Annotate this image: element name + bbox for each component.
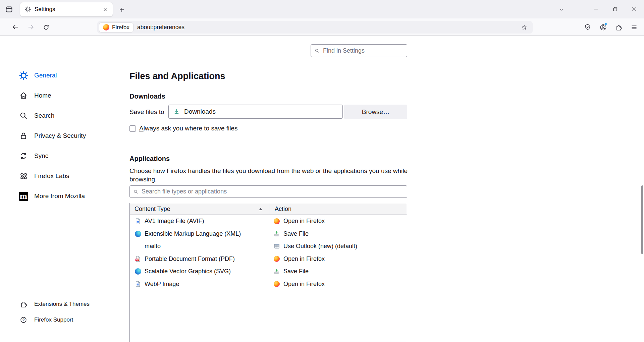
atom-icon: [19, 171, 28, 181]
applications-heading: Applications: [129, 155, 170, 163]
bookmark-button[interactable]: [519, 22, 529, 33]
sidebar-item-firefox-labs[interactable]: Firefox Labs: [15, 166, 109, 186]
sidebar-item-label: General: [34, 72, 57, 79]
sidebar-item-home[interactable]: Home: [15, 86, 109, 106]
window-minimize-button[interactable]: [590, 3, 602, 15]
sidebar-item-firefox-support[interactable]: ? Firefox Support: [15, 312, 109, 328]
sidebar-item-label: More from Mozilla: [34, 192, 85, 200]
lock-icon: [19, 131, 28, 140]
firefox-view-button[interactable]: [4, 4, 14, 14]
window-restore-button[interactable]: [609, 3, 622, 15]
shield-button[interactable]: [582, 21, 594, 33]
toolbar-right-icons: [582, 21, 640, 33]
applications-table: Content Type Action AV1 Image File (AVIF…: [129, 203, 407, 342]
url-text: about:preferences: [137, 24, 184, 31]
tab-settings[interactable]: Settings: [20, 2, 113, 16]
sidebar-item-label: Firefox Labs: [34, 172, 69, 180]
sidebar-item-general[interactable]: General: [15, 65, 109, 86]
search-icon: [133, 189, 139, 194]
table-row[interactable]: WebP Image Open in Firefox: [130, 278, 407, 291]
sidebar-item-label: Sync: [34, 152, 48, 160]
settings-sidebar: General Home Search Privacy & Se: [15, 65, 109, 206]
sidebar-item-label: Firefox Support: [34, 317, 73, 323]
menu-button[interactable]: [628, 21, 640, 33]
sidebar-item-label: Privacy & Security: [34, 132, 86, 139]
account-button[interactable]: [597, 21, 609, 33]
image-file-icon: [135, 218, 141, 225]
tab-close-button[interactable]: [101, 5, 109, 14]
svg-text:PDF: PDF: [136, 259, 139, 261]
puzzle-icon: [615, 24, 622, 31]
gear-icon: [25, 6, 31, 12]
tab-bar: Settings: [0, 0, 644, 18]
edge-icon: [135, 268, 141, 275]
firefox-logo-icon: [103, 24, 109, 31]
url-bar[interactable]: Firefox about:preferences: [97, 21, 533, 34]
extensions-button[interactable]: [612, 21, 625, 33]
table-row[interactable]: PDF Portable Document Format (PDF) Open …: [130, 253, 407, 266]
site-identity-chip[interactable]: Firefox: [99, 23, 133, 32]
find-in-settings[interactable]: [311, 44, 407, 57]
sidebar-item-sync[interactable]: Sync: [15, 146, 109, 166]
gear-icon: [19, 71, 28, 80]
column-header-action[interactable]: Action: [269, 203, 407, 215]
applications-search-input[interactable]: [142, 188, 404, 195]
no-icon: [135, 243, 141, 250]
reload-icon: [43, 24, 50, 31]
back-button[interactable]: [9, 21, 21, 33]
table-row[interactable]: AV1 Image File (AVIF) Open in Firefox: [130, 215, 407, 228]
firefox-icon: [273, 281, 280, 287]
forward-arrow-icon: [27, 23, 35, 31]
firefox-icon: [273, 218, 280, 225]
outlook-icon: [273, 243, 280, 250]
home-icon: [19, 91, 28, 100]
downloads-heading: Downloads: [129, 93, 165, 100]
notification-dot: [604, 22, 607, 25]
save-file-icon: [273, 230, 280, 237]
firefox-view-icon: [5, 5, 13, 13]
pdf-icon: PDF: [135, 255, 141, 262]
download-folder-value: Downloads: [184, 108, 216, 115]
sidebar-item-label: Home: [34, 92, 51, 99]
puzzle-icon: [19, 300, 28, 308]
sidebar-footer: Extensions & Themes ? Firefox Support: [15, 296, 109, 328]
plus-icon: [119, 7, 125, 13]
sidebar-item-privacy-security[interactable]: Privacy & Security: [15, 126, 109, 146]
table-row[interactable]: Extensible Markup Language (XML) Save Fi…: [130, 228, 407, 240]
tab-title: Settings: [35, 6, 101, 13]
svg-text:?: ?: [22, 318, 25, 322]
chevron-down-icon: [558, 6, 565, 12]
applications-description: Choose how Firefox handles the files you…: [129, 167, 408, 183]
close-icon: [103, 7, 108, 12]
download-icon: [173, 108, 180, 115]
page-title: Files and Applications: [129, 71, 225, 81]
applications-search[interactable]: [129, 185, 407, 198]
window-close-button[interactable]: [628, 3, 641, 15]
star-icon: [521, 24, 528, 31]
always-ask-checkbox[interactable]: [129, 125, 136, 132]
always-ask-label[interactable]: Always ask you where to save files: [139, 125, 238, 132]
image-file-icon: [135, 281, 141, 287]
search-icon: [19, 111, 28, 120]
question-icon: ?: [19, 316, 28, 324]
new-tab-button[interactable]: [117, 5, 126, 14]
list-all-tabs-button[interactable]: [556, 5, 567, 14]
firefox-icon: [273, 255, 280, 262]
find-in-settings-input[interactable]: [323, 47, 404, 54]
sidebar-item-more-from-mozilla[interactable]: m More from Mozilla: [15, 186, 109, 206]
vertical-scrollbar-thumb[interactable]: [641, 185, 643, 254]
sync-icon: [19, 151, 28, 161]
browse-button[interactable]: Browse…: [344, 105, 407, 119]
sidebar-item-label: Extensions & Themes: [34, 301, 90, 307]
sidebar-item-search[interactable]: Search: [15, 106, 109, 126]
edge-icon: [135, 230, 141, 237]
forward-button[interactable]: [25, 21, 37, 33]
column-header-content-type[interactable]: Content Type: [130, 203, 269, 215]
sidebar-item-extensions-themes[interactable]: Extensions & Themes: [15, 296, 109, 312]
reload-button[interactable]: [40, 21, 52, 33]
table-row[interactable]: Scalable Vector Graphics (SVG) Save File: [130, 265, 407, 278]
save-files-to-label: Save files to: [129, 108, 164, 116]
table-row[interactable]: mailto Use Outlook (new) (default): [130, 240, 407, 253]
hamburger-icon: [631, 24, 638, 31]
download-folder-field[interactable]: Downloads: [168, 105, 343, 119]
